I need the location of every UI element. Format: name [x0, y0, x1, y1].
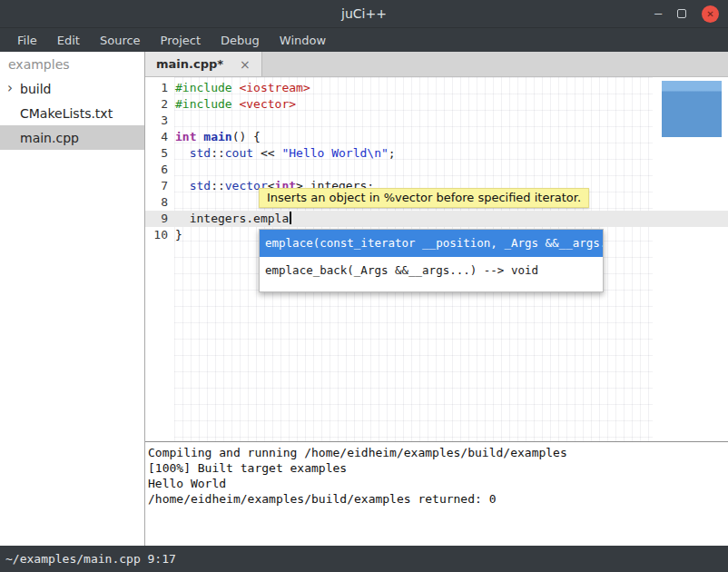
tree-item-label: main.cpp	[20, 131, 79, 145]
code-token: <vector>	[239, 97, 296, 111]
code-token: }	[175, 228, 182, 242]
code-text: }	[175, 227, 182, 243]
code-text: int main() {	[175, 129, 261, 145]
text-cursor	[290, 212, 291, 224]
code-token	[175, 179, 190, 192]
autocomplete-popup: emplace(const_iterator __position, _Args…	[259, 229, 604, 292]
line-number: 5	[145, 145, 168, 162]
titlebar: juCi++ ─ ✕	[0, 0, 728, 27]
window-title: juCi++	[0, 6, 728, 21]
code-line[interactable]: 3	[145, 113, 728, 129]
code-token: main	[203, 130, 231, 143]
menu-project[interactable]: Project	[151, 29, 211, 52]
code-line[interactable]: 6	[145, 162, 728, 178]
code-token: ::	[211, 179, 225, 192]
line-number: 9	[145, 211, 168, 227]
menu-source[interactable]: Source	[90, 29, 151, 52]
line-number: 6	[145, 162, 168, 178]
line-number: 3	[145, 113, 168, 129]
file-tree-sidebar: examples › build CMakeLists.txt main.cpp	[0, 52, 145, 546]
code-text: #include <vector>	[175, 96, 296, 113]
code-text: #include <iostream>	[175, 80, 310, 96]
tree-item-build[interactable]: › build	[0, 76, 144, 101]
maximize-button[interactable]	[677, 9, 686, 18]
code-token: std	[190, 179, 211, 192]
code-text: std::cout << "Hello World\n";	[175, 145, 396, 162]
code-token: () {	[232, 130, 261, 143]
tree-item-label: CMakeLists.txt	[20, 106, 113, 121]
code-token: ::	[211, 146, 225, 160]
window-controls: ─ ✕	[654, 0, 719, 27]
code-token: <<	[253, 146, 281, 160]
line-number: 1	[145, 80, 168, 96]
status-file-position: ~/examples/main.cpp 9:17	[5, 552, 176, 566]
doc-tooltip: Inserts an object in %vector before spec…	[259, 188, 589, 208]
code-token: cout	[225, 146, 253, 160]
autocomplete-item[interactable]: emplace(const_iterator __position, _Args…	[260, 230, 603, 257]
code-line[interactable]: 5 std::cout << "Hello World\n";	[145, 145, 728, 162]
code-token	[175, 146, 190, 160]
terminal-line: [100%] Built target examples	[148, 460, 728, 476]
code-token: integers.empla	[175, 212, 289, 225]
code-token: "Hello World\n"	[281, 146, 388, 160]
code-token: #include	[175, 81, 232, 94]
menu-file[interactable]: File	[7, 29, 47, 52]
line-number: 10	[145, 227, 168, 243]
tree-item-cmakelists[interactable]: CMakeLists.txt	[0, 101, 144, 125]
menu-window[interactable]: Window	[270, 29, 336, 52]
scrollbar-thumb[interactable]	[662, 81, 722, 137]
line-number: 2	[145, 96, 168, 113]
main-panel: main.cpp* × 1 #include <iostream> 2 #inc…	[145, 52, 728, 546]
menubar: File Edit Source Project Debug Window	[0, 27, 728, 52]
chevron-right-icon[interactable]: ›	[7, 80, 13, 96]
code-editor[interactable]: 1 #include <iostream> 2 #include <vector…	[145, 77, 728, 441]
terminal-line: Hello World	[148, 476, 728, 491]
code-token: #include	[175, 97, 232, 111]
content: examples › build CMakeLists.txt main.cpp…	[0, 52, 728, 546]
code-line[interactable]: 2 #include <vector>	[145, 96, 728, 113]
terminal-line: Compiling and running /home/eidheim/exam…	[148, 445, 728, 460]
statusbar: ~/examples/main.cpp 9:17	[0, 546, 728, 572]
code-token: <iostream>	[239, 81, 310, 94]
tree-item-main-cpp[interactable]: main.cpp	[0, 125, 144, 150]
code-line[interactable]: 4 int main() {	[145, 129, 728, 145]
code-line[interactable]: 1 #include <iostream>	[145, 80, 728, 96]
tree-item-label: build	[20, 82, 51, 96]
build-output-panel: Compiling and running /home/eidheim/exam…	[145, 441, 728, 546]
minimize-button[interactable]: ─	[654, 8, 662, 20]
code-token: int	[175, 130, 196, 143]
code-token: ;	[389, 146, 396, 160]
code-text: integers.empla	[175, 211, 291, 227]
line-number: 8	[145, 194, 168, 211]
editor-lines: 1 #include <iostream> 2 #include <vector…	[145, 80, 728, 243]
tab-label: main.cpp*	[156, 57, 223, 71]
tab-close-icon[interactable]: ×	[240, 57, 251, 72]
line-number: 7	[145, 178, 168, 194]
terminal-line: /home/eidheim/examples/build/examples re…	[148, 491, 728, 507]
project-name-label: examples	[0, 52, 144, 76]
tabbar: main.cpp* ×	[145, 52, 728, 77]
code-line-current[interactable]: 9 integers.empla	[145, 211, 728, 227]
line-number: 4	[145, 129, 168, 145]
menu-edit[interactable]: Edit	[47, 29, 90, 52]
tab-main-cpp[interactable]: main.cpp* ×	[145, 52, 262, 76]
autocomplete-item[interactable]: emplace_back(_Args &&__args...) --> void	[260, 257, 603, 284]
menu-debug[interactable]: Debug	[211, 29, 270, 52]
close-button[interactable]: ✕	[702, 5, 719, 23]
close-icon: ✕	[706, 9, 713, 19]
code-token: std	[190, 146, 211, 160]
